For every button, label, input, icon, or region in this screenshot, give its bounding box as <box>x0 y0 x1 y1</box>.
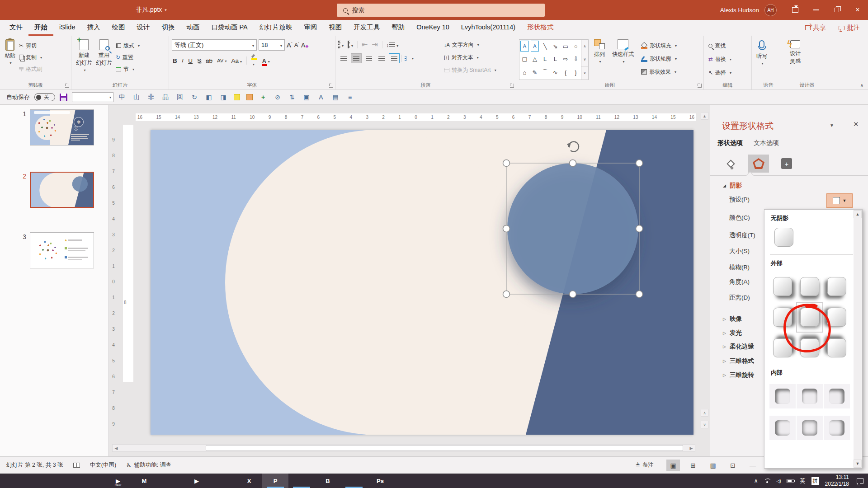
tab-onekey[interactable]: OneKey 10 <box>410 20 455 36</box>
ribbon-display-options-button[interactable] <box>785 0 806 20</box>
design-ideas-button[interactable]: 设计灵感 <box>788 39 802 66</box>
user-name[interactable]: Alexis Hudson <box>720 7 759 14</box>
paste-button[interactable]: 粘贴 <box>3 38 17 75</box>
shape-item[interactable]: ▭ <box>561 40 571 52</box>
shape-effects-button[interactable]: 形状效果 <box>639 66 679 77</box>
layout-button[interactable]: 版式 <box>114 40 142 51</box>
qat-icon[interactable]: ≡ <box>346 93 354 101</box>
dictate-button[interactable]: 听写 <box>755 39 769 66</box>
underline-button[interactable]: U <box>188 57 193 64</box>
notes-button[interactable]: ≜备注 <box>636 461 654 469</box>
change-case-button[interactable]: Aa <box>231 57 242 64</box>
shape-item[interactable]: ⌒ <box>540 66 550 80</box>
tab-lvyhtools[interactable]: LvyhTools(201114) <box>455 20 521 36</box>
office-app-icon[interactable] <box>157 474 184 488</box>
speaker-icon[interactable]: ◁) <box>777 479 781 483</box>
qat-icon[interactable]: ▤ <box>331 93 340 101</box>
qat-icon[interactable]: ⊘ <box>274 93 282 101</box>
shape-item[interactable]: ✎ <box>530 66 540 80</box>
shadow-preset-inside-top-left[interactable] <box>769 380 796 412</box>
tab-slideshow[interactable]: 幻灯片放映 <box>254 20 298 36</box>
tab-text-options[interactable]: 文本选项 <box>754 139 779 147</box>
slide-thumbnail[interactable]: 非 凡 <box>30 109 94 145</box>
reuse-slides-button[interactable]: 重用幻灯片 <box>94 38 114 75</box>
clipboard-dialog-launcher[interactable] <box>65 84 69 88</box>
line-spacing-button[interactable]: ↕ <box>387 41 399 49</box>
align-right-button[interactable] <box>363 53 374 63</box>
slide-thumbnail[interactable] <box>30 232 94 268</box>
font-dialog-launcher[interactable] <box>329 84 333 88</box>
shape-item[interactable]: L <box>550 52 561 65</box>
panel-close-button[interactable]: ✕ <box>853 120 859 128</box>
shadow-preset-offset-top-left[interactable] <box>823 333 850 363</box>
save-button[interactable] <box>60 94 67 101</box>
youtube-icon[interactable]: ▶ <box>184 474 210 488</box>
font-name-combo[interactable]: 等线 (正文) <box>172 39 257 51</box>
bold-button[interactable]: B <box>173 57 177 64</box>
flyout-scrollbar[interactable]: ▲ ▼ <box>854 210 862 468</box>
tab-animations[interactable]: 动画 <box>180 20 205 36</box>
grow-font-button[interactable]: Aˆ <box>287 41 292 49</box>
italic-button[interactable]: I <box>182 57 184 64</box>
shadow-preset-offset-top[interactable] <box>796 333 823 363</box>
shadow-preset-inside-top-right[interactable] <box>823 380 850 412</box>
shape-item[interactable]: ▢ <box>519 52 530 65</box>
slide-sorter-view-button[interactable]: ⊞ <box>686 460 700 471</box>
close-button[interactable]: × <box>847 0 868 20</box>
section-3d-format[interactable]: ▷三维格式 <box>723 357 754 365</box>
tab-developer[interactable]: 开发工具 <box>348 20 386 36</box>
tab-shape-format[interactable]: 形状格式 <box>521 20 559 36</box>
shadow-preset-inside-top[interactable] <box>796 380 823 412</box>
shadow-preset-none[interactable] <box>774 228 793 247</box>
tab-review[interactable]: 审阅 <box>298 20 323 36</box>
photoshop-icon[interactable]: Ps <box>367 474 393 488</box>
justify-button[interactable] <box>376 53 387 63</box>
clear-formatting-button[interactable]: A◆ <box>301 42 308 49</box>
qat-icon[interactable]: 申 <box>118 93 126 101</box>
section-glow[interactable]: ▷发光 <box>723 329 742 337</box>
tab-pocket-animation[interactable]: 口袋动画 PA <box>205 20 253 36</box>
tab-shape-options[interactable]: 形状选项 <box>717 139 743 147</box>
panel-options-dropdown[interactable]: ▼ <box>830 123 834 128</box>
decrease-indent-button[interactable]: ⇤ <box>362 40 368 49</box>
shape-outline-button[interactable]: 形状轮廓 <box>639 53 679 64</box>
tab-islide[interactable]: iSlide <box>53 20 81 36</box>
ime-language-indicator[interactable]: 英 <box>800 477 806 485</box>
new-slide-button[interactable]: + 新建幻灯片 <box>74 38 94 75</box>
shape-item[interactable]: △ <box>530 52 540 65</box>
search-icon[interactable] <box>26 474 52 488</box>
qat-icon[interactable]: ◨ <box>219 93 227 101</box>
edge-icon[interactable] <box>52 474 79 488</box>
numbering-button[interactable] <box>348 41 353 49</box>
shadow-preset-offset-top-right[interactable] <box>769 333 796 363</box>
shape-item[interactable]: ⌂ <box>519 66 530 80</box>
shape-item[interactable]: ○ <box>571 40 581 52</box>
gallery-more-icon[interactable]: ∨ <box>581 66 588 80</box>
chrome-icon[interactable] <box>341 474 367 488</box>
accessibility-status[interactable]: ♿ 辅助功能: 调查 <box>126 461 171 469</box>
tab-draw[interactable]: 绘图 <box>106 20 131 36</box>
slide-counter[interactable]: 幻灯片 第 2 张, 共 3 张 <box>6 461 63 469</box>
shape-item[interactable]: ╲ <box>540 40 550 52</box>
columns-button[interactable] <box>404 53 415 63</box>
shape-item[interactable]: L <box>540 52 550 65</box>
bird-app-icon[interactable] <box>210 474 236 488</box>
section-soft-edges[interactable]: ▷柔化边缘 <box>723 343 754 351</box>
shadow-preset-offset-left[interactable] <box>823 302 850 333</box>
flyout-scroll-down-icon[interactable]: ▼ <box>854 460 862 468</box>
font-size-combo[interactable]: 18 <box>259 39 285 51</box>
shape-item[interactable]: ⇩ <box>571 52 581 65</box>
tab-design[interactable]: 设计 <box>131 20 156 36</box>
size-properties-icon-button[interactable]: + <box>776 155 797 173</box>
font-name-dropdown[interactable] <box>251 42 254 48</box>
shadow-preset-inside-right[interactable] <box>823 412 850 444</box>
tab-view[interactable]: 视图 <box>323 20 348 36</box>
slide[interactable] <box>151 130 693 435</box>
tab-file[interactable]: 文件 <box>4 20 28 36</box>
shape-item[interactable]: ⇘ <box>550 40 561 52</box>
align-text-button[interactable]: [↕]对齐文本 <box>442 52 498 63</box>
battery-icon[interactable] <box>787 479 794 483</box>
collapse-ribbon-button[interactable]: ∧ <box>860 83 863 88</box>
fill-line-icon-button[interactable] <box>720 155 741 173</box>
previous-slide-button[interactable]: ∧ <box>701 409 708 417</box>
